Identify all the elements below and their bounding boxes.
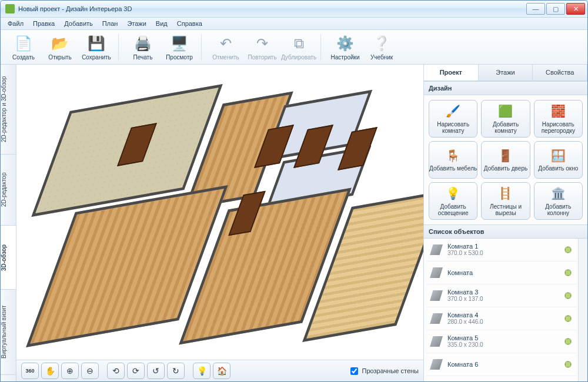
add-room-button[interactable]: 🟩Добавить комнату: [481, 100, 530, 138]
objects-section-header: Список объектов: [424, 224, 587, 239]
visibility-eye-icon[interactable]: [563, 315, 573, 322]
tab-3d-view[interactable]: 3D-обзор: [1, 226, 16, 290]
object-name: Комната 6: [447, 361, 478, 368]
draw-room-button[interactable]: 🖌️Нарисовать комнату: [429, 100, 477, 138]
objects-wrap: Комната 1370.0 x 530.0КомнатаКомната 337…: [424, 239, 587, 381]
title-bar[interactable]: Новый проект - Дизайн Интерьера 3D — ▢ ✕: [1, 1, 587, 18]
app-icon: [5, 4, 15, 14]
object-name: Комната 3: [447, 289, 483, 296]
object-name: Комната 4: [447, 311, 483, 319]
draw-partition-button[interactable]: 🧱Нарисовать перегородку: [534, 100, 583, 138]
pencil-icon: 🖌️: [446, 104, 461, 119]
separator: [320, 34, 323, 60]
object-list-scrollbar[interactable]: [578, 239, 587, 381]
zoom-in-button[interactable]: ⊕: [61, 363, 79, 379]
visibility-eye-icon[interactable]: [563, 246, 573, 253]
redo-icon: ↷: [253, 34, 272, 53]
object-list-item[interactable]: Комната: [426, 262, 577, 284]
tab-2d-3d-combined[interactable]: 2D-редактор и 3D-обзор: [1, 65, 16, 155]
menu-floors[interactable]: Этажи: [122, 19, 151, 28]
3d-view-canvas[interactable]: [16, 65, 423, 360]
content-area: 2D-редактор и 3D-обзор 2D-редактор 3D-об…: [1, 65, 587, 381]
menu-plan[interactable]: План: [98, 19, 123, 28]
page-icon: 📄: [14, 34, 33, 53]
menu-bar: Файл Правка Добавить План Этажи Вид Спра…: [1, 18, 587, 30]
visibility-eye-icon[interactable]: [563, 338, 573, 345]
viewport-toolbar: 360 ✋ ⊕ ⊖ ⟲ ⟳ ↺ ↻ 💡 🏠 Прозрачные стены: [16, 360, 423, 381]
add-room-icon: 🟩: [498, 104, 513, 119]
zoom-out-button[interactable]: ⊖: [81, 363, 99, 379]
tutorial-button[interactable]: ❔Учебник: [365, 34, 399, 61]
minimize-button[interactable]: —: [526, 3, 545, 15]
object-list[interactable]: Комната 1370.0 x 530.0КомнатаКомната 337…: [424, 239, 578, 381]
add-door-button[interactable]: 🚪Добавить дверь: [481, 141, 530, 179]
tab-2d-editor[interactable]: 2D-редактор: [1, 155, 16, 226]
object-list-item[interactable]: Комната 1370.0 x 530.0: [426, 239, 577, 262]
menu-view[interactable]: Вид: [151, 19, 172, 28]
add-furniture-button[interactable]: 🪑Добавить мебель: [429, 141, 477, 179]
cycle-view-button[interactable]: ↻: [167, 363, 185, 379]
rotate-right-button[interactable]: ⟳: [127, 363, 145, 379]
open-button[interactable]: 📂Открыть: [43, 34, 77, 61]
print-button[interactable]: 🖨️Печать: [126, 34, 160, 61]
lightbulb-icon: 💡: [446, 186, 461, 202]
cube-icon: [430, 267, 443, 278]
object-name: Комната 1: [447, 243, 483, 250]
add-light-button[interactable]: 💡Добавить освещение: [429, 182, 477, 220]
menu-file[interactable]: Файл: [3, 19, 28, 28]
cube-icon: [430, 244, 443, 255]
tab-virtual-visit[interactable]: Виртуальный визит: [1, 290, 16, 375]
stairs-icon: 🪜: [498, 186, 513, 202]
menu-edit[interactable]: Правка: [28, 19, 59, 28]
duplicate-button[interactable]: ⧉Дублировать: [282, 34, 316, 61]
light-toggle-button[interactable]: 💡: [193, 363, 211, 379]
menu-help[interactable]: Справка: [172, 19, 207, 28]
stairs-button[interactable]: 🪜Лестницы и вырезы: [481, 182, 530, 220]
maximize-button[interactable]: ▢: [546, 3, 565, 15]
separator: [118, 34, 121, 60]
wall-icon: 🧱: [550, 104, 566, 119]
floorplan: [27, 75, 423, 360]
main-toolbar: 📄Создать 📂Открыть 💾Сохранить 🖨️Печать 🖥️…: [1, 30, 587, 65]
save-button[interactable]: 💾Сохранить: [79, 34, 113, 61]
orbit-360-button[interactable]: 360: [21, 363, 39, 379]
undo-button[interactable]: ↶Отменить: [209, 34, 243, 61]
visibility-eye-icon[interactable]: [563, 269, 573, 276]
rotate-left-button[interactable]: ⟲: [107, 363, 125, 379]
cube-icon: [430, 290, 443, 301]
window-buttons: — ▢ ✕: [525, 3, 585, 15]
tab-properties[interactable]: Свойства: [533, 65, 587, 81]
object-list-item[interactable]: Комната 3370.0 x 137.0: [426, 284, 577, 307]
window-title: Новый проект - Дизайн Интерьера 3D: [18, 5, 525, 12]
separator: [201, 34, 204, 60]
reset-view-button[interactable]: ↺: [147, 363, 165, 379]
redo-button[interactable]: ↷Повторить: [245, 34, 279, 61]
menu-add[interactable]: Добавить: [59, 19, 98, 28]
home-view-button[interactable]: 🏠: [213, 363, 230, 379]
visibility-eye-icon[interactable]: [563, 361, 573, 368]
preview-button[interactable]: 🖥️Просмотр: [162, 34, 196, 61]
add-column-button[interactable]: 🏛️Добавить колонну: [534, 182, 583, 220]
pan-button[interactable]: ✋: [41, 363, 59, 379]
app-window: Новый проект - Дизайн Интерьера 3D — ▢ ✕…: [0, 0, 588, 382]
add-window-button[interactable]: 🪟Добавить окно: [534, 141, 583, 179]
tab-project[interactable]: Проект: [424, 65, 479, 81]
transparent-walls-input[interactable]: [350, 367, 358, 375]
floppy-icon: 💾: [87, 34, 106, 53]
column-icon: 🏛️: [550, 186, 566, 202]
object-list-item[interactable]: Комната 6: [426, 353, 577, 376]
object-list-item[interactable]: Комната 4280.0 x 446.0: [426, 307, 577, 330]
chair-icon: 🪑: [446, 148, 461, 163]
transparent-walls-checkbox[interactable]: Прозрачные стены: [348, 366, 419, 377]
cube-icon: [430, 359, 443, 370]
tab-floors[interactable]: Этажи: [479, 65, 533, 81]
right-panel: Проект Этажи Свойства Дизайн 🖌️Нарисоват…: [423, 65, 587, 381]
visibility-eye-icon[interactable]: [563, 292, 573, 299]
viewport: 360 ✋ ⊕ ⊖ ⟲ ⟳ ↺ ↻ 💡 🏠 Прозрачные стены: [16, 65, 423, 381]
object-list-item[interactable]: Комната 5335.0 x 230.0: [426, 330, 577, 353]
settings-button[interactable]: ⚙️Настройки: [328, 34, 362, 61]
object-dimensions: 280.0 x 446.0: [447, 319, 483, 326]
undo-icon: ↶: [216, 34, 235, 53]
close-button[interactable]: ✕: [566, 3, 585, 15]
create-button[interactable]: 📄Создать: [6, 34, 41, 61]
